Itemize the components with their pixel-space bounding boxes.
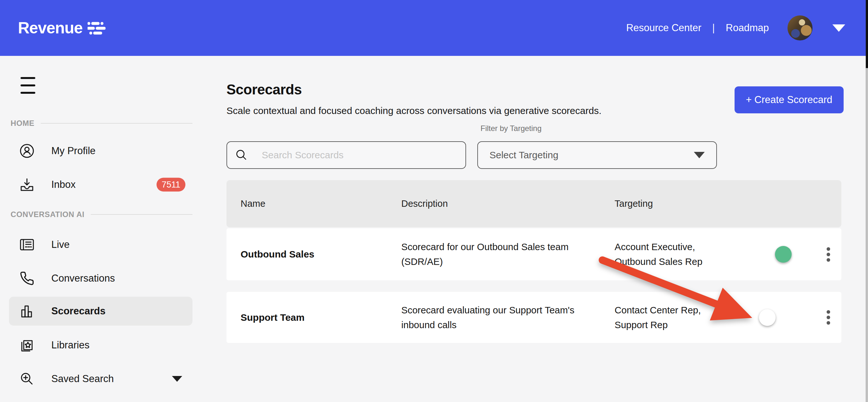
app-root: Revenue Resource Center | Roadmap — [0, 0, 868, 402]
search-input[interactable] — [261, 149, 458, 161]
toggle-knob — [759, 309, 776, 326]
targeting-select[interactable]: Select Targeting — [477, 141, 717, 169]
sidebar-item-label: Scorecards — [51, 305, 105, 317]
search-icon — [235, 148, 248, 162]
top-navigation-bar: Revenue Resource Center | Roadmap — [0, 0, 868, 56]
scorecard-description-cell: Scorecard for our Outbound Sales team (S… — [401, 239, 615, 269]
topbar-divider: | — [712, 22, 715, 34]
column-header-description: Description — [401, 198, 615, 209]
page-subtitle: Scale contextual and focused coaching ac… — [226, 105, 601, 116]
column-header-name: Name — [241, 198, 401, 209]
section-label-conversation-ai: CONVERSATION AI — [10, 210, 84, 219]
inbox-icon — [19, 177, 35, 192]
revenue-logo-mark-icon — [88, 22, 105, 36]
page-title: Scorecards — [226, 82, 302, 97]
sidebar-section-conversation-ai: CONVERSATION AI — [10, 208, 192, 221]
toggle-knob — [775, 246, 792, 263]
section-label-home: HOME — [10, 119, 34, 128]
row-actions-kebab-icon[interactable] — [821, 243, 835, 265]
scorecard-enabled-toggle[interactable] — [761, 248, 790, 260]
sidebar-section-home: HOME — [10, 117, 192, 130]
search-plus-icon — [19, 371, 35, 386]
page-scrollbar-thumb[interactable] — [866, 0, 868, 68]
row-actions-kebab-icon[interactable] — [821, 306, 835, 329]
create-scorecard-button[interactable]: + Create Scorecard — [735, 86, 844, 113]
scorecard-name-cell: Outbound Sales — [241, 249, 401, 260]
sidebar-item-label: Inbox — [51, 179, 76, 191]
sidebar-item-inbox[interactable]: Inbox 7511 — [9, 170, 192, 199]
sidebar-item-my-profile[interactable]: My Profile — [9, 137, 192, 165]
sidebar-item-label: Live — [51, 239, 70, 251]
sidebar-item-libraries[interactable]: Libraries — [9, 331, 192, 360]
account-menu-caret-icon[interactable] — [832, 24, 845, 32]
user-circle-icon — [19, 143, 35, 159]
scorecard-targeting-cell: Contact Center Rep, Support Rep — [615, 303, 752, 332]
page-scrollbar-track[interactable] — [866, 0, 868, 402]
scorecard-targeting-cell: Account Executive, Outbound Sales Rep — [615, 239, 752, 269]
sidebar-item-scorecards[interactable]: Scorecards — [9, 297, 192, 325]
hamburger-menu-icon[interactable] — [21, 77, 35, 94]
table-header-row: Name Description Targeting — [226, 180, 841, 227]
sidebar-item-label: Libraries — [51, 339, 90, 351]
revenue-logo[interactable]: Revenue — [18, 0, 105, 56]
column-header-targeting: Targeting — [615, 198, 752, 209]
saved-search-caret-icon[interactable] — [172, 376, 182, 382]
scorecard-description-cell: Scorecard evaluating our Support Team's … — [401, 303, 615, 332]
topbar-right-group: Resource Center | Roadmap — [626, 0, 845, 56]
user-avatar[interactable] — [787, 16, 812, 40]
library-icon — [19, 338, 35, 353]
live-feed-icon — [19, 237, 35, 252]
sidebar-item-label: Saved Search — [51, 373, 114, 385]
scorecard-name-cell: Support Team — [241, 312, 401, 323]
sidebar-item-conversations[interactable]: Conversations — [9, 264, 192, 293]
phone-icon — [19, 271, 35, 286]
table-row: Outbound Sales Scorecard for our Outboun… — [226, 228, 841, 280]
section-divider — [91, 214, 192, 215]
select-caret-icon — [694, 152, 705, 158]
roadmap-link[interactable]: Roadmap — [726, 22, 769, 34]
resource-center-link[interactable]: Resource Center — [626, 22, 701, 34]
section-divider — [41, 123, 192, 124]
sidebar-navigation: HOME My Profile Inbox 7 — [0, 56, 199, 402]
bar-chart-icon — [19, 304, 35, 319]
filter-by-targeting-label: Filter by Targeting — [480, 124, 541, 133]
table-row: Support Team Scorecard evaluating our Su… — [226, 292, 841, 343]
scorecard-enabled-toggle[interactable] — [761, 312, 790, 324]
sidebar-item-label: Conversations — [51, 272, 115, 284]
targeting-select-value: Select Targeting — [490, 150, 558, 161]
sidebar-item-live[interactable]: Live — [9, 230, 192, 259]
sidebar-item-label: My Profile — [51, 145, 96, 157]
search-scorecards-field[interactable] — [226, 141, 466, 169]
inbox-count-badge: 7511 — [157, 178, 185, 192]
sidebar-item-saved-search[interactable]: Saved Search — [9, 365, 192, 393]
revenue-logo-text: Revenue — [18, 19, 83, 37]
